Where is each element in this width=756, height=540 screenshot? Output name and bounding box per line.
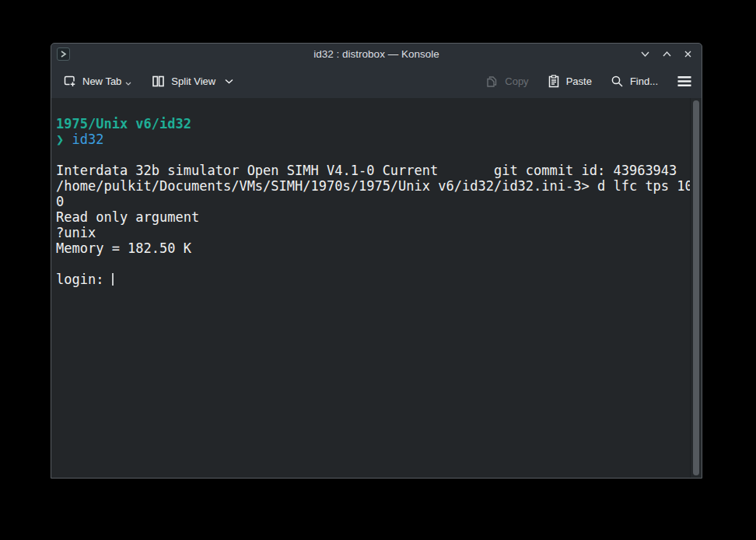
terminal-text-segment: Read only argument (56, 209, 199, 225)
terminal-text-segment: 1975/Unix v6/id32 (56, 116, 191, 131)
terminal-text-segment: Memory = 182.50 K (56, 240, 191, 256)
scrollbar-thumb[interactable] (693, 100, 699, 475)
terminal-line (56, 147, 689, 163)
new-tab-button[interactable]: New Tab (63, 75, 131, 88)
split-view-button[interactable]: Split View (152, 75, 233, 88)
terminal-line: /home/pulkit/Documents/VMs/SIMH/1970s/19… (56, 178, 689, 194)
paste-label: Paste (566, 75, 592, 87)
terminal-text: 1975/Unix v6/id32❯ id32Interdata 32b sim… (51, 98, 689, 287)
chevron-down-icon (125, 82, 131, 86)
chevron-down-icon (225, 79, 233, 84)
window-title: id32 : distrobox — Konsole (51, 48, 702, 60)
copy-icon (485, 75, 499, 88)
close-button[interactable] (682, 48, 694, 60)
search-icon (611, 75, 624, 88)
paste-icon (548, 75, 560, 88)
terminal-text-segment: id32 (72, 131, 103, 147)
terminal-text-segment: Interdata 32b simulator Open SIMH V4.1-0… (56, 163, 677, 178)
konsole-app-icon (57, 47, 70, 61)
find-button[interactable]: Find... (611, 75, 658, 88)
scrollbar-track[interactable] (690, 98, 702, 478)
terminal-line: Interdata 32b simulator Open SIMH V4.1-0… (56, 163, 689, 178)
konsole-window: id32 : distrobox — Konsole (51, 43, 702, 479)
terminal-text-segment: ❯ (56, 131, 72, 147)
toolbar-right-group: Copy Paste (485, 75, 692, 88)
terminal-text-segment: /home/pulkit/Documents/VMs/SIMH/1970s/19… (56, 178, 693, 194)
maximize-button[interactable] (660, 49, 674, 59)
close-icon (684, 50, 692, 58)
split-view-icon (152, 75, 165, 88)
terminal-line: ❯ id32 (56, 131, 689, 147)
new-tab-label: New Tab (82, 75, 121, 87)
terminal-line: Read only argument (56, 209, 689, 225)
terminal-line: ?unix (56, 225, 689, 240)
terminal-line: Memory = 182.50 K (56, 240, 689, 256)
terminal-text-segment: ?unix (56, 225, 96, 240)
split-view-label: Split View (171, 75, 215, 87)
terminal-line: 1975/Unix v6/id32 (56, 116, 689, 131)
paste-button[interactable]: Paste (548, 75, 592, 88)
terminal-text-segment: 0 (56, 194, 64, 209)
new-tab-icon (63, 75, 76, 88)
terminal-line (56, 256, 689, 272)
terminal-line: 0 (56, 194, 689, 209)
terminal-area[interactable]: 1975/Unix v6/id32❯ id32Interdata 32b sim… (51, 98, 702, 478)
terminal-line: login: (56, 272, 689, 287)
terminal-text-segment: login: (56, 272, 112, 287)
find-label: Find... (630, 75, 658, 87)
hamburger-menu-icon (677, 75, 692, 87)
window-controls (639, 44, 694, 65)
terminal-cursor (112, 273, 114, 286)
copy-button[interactable]: Copy (485, 75, 528, 88)
toolbar: New Tab Split View (51, 65, 702, 98)
titlebar[interactable]: id32 : distrobox — Konsole (51, 44, 702, 65)
minimize-button[interactable] (639, 49, 652, 59)
copy-label: Copy (505, 75, 528, 87)
menu-button[interactable] (677, 75, 692, 87)
chevron-up-icon (662, 51, 672, 58)
chevron-down-icon (640, 51, 650, 58)
